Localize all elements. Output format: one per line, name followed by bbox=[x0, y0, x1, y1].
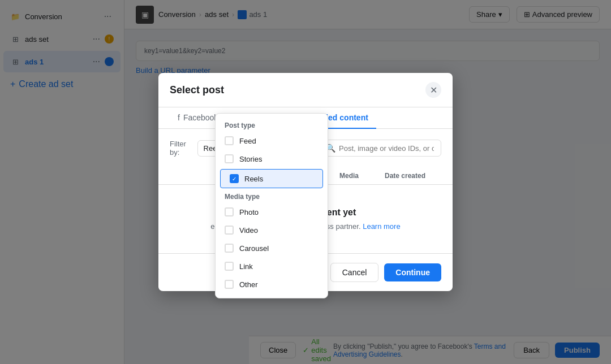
th-media: Media bbox=[339, 172, 385, 180]
video-checkbox[interactable] bbox=[225, 226, 234, 235]
post-type-section-label: Post type bbox=[216, 118, 328, 132]
carousel-checkbox[interactable] bbox=[225, 244, 234, 253]
learn-more-link[interactable]: Learn more bbox=[363, 222, 400, 231]
dropdown-item-carousel[interactable]: Carousel bbox=[216, 239, 328, 257]
dropdown-item-stories[interactable]: Stories bbox=[216, 150, 328, 168]
feed-label: Feed bbox=[239, 137, 256, 145]
dropdown-item-link[interactable]: Link bbox=[216, 257, 328, 275]
dropdown-item-reels[interactable]: ✓ Reels bbox=[220, 169, 323, 188]
stories-label: Stories bbox=[239, 155, 262, 163]
link-checkbox[interactable] bbox=[225, 262, 234, 271]
video-label: Video bbox=[239, 226, 258, 235]
modal-title: Select post bbox=[170, 84, 224, 96]
dropdown-item-photo[interactable]: Photo bbox=[216, 203, 328, 221]
tab-facebook-label: Facebook bbox=[183, 113, 218, 122]
continue-button[interactable]: Continue bbox=[384, 263, 441, 281]
modal-overlay: Select post ✕ f Facebook ◎ Instagram ✦ B… bbox=[0, 0, 611, 364]
photo-label: Photo bbox=[239, 208, 259, 216]
other-label: Other bbox=[239, 280, 258, 289]
dropdown-item-video[interactable]: Video bbox=[216, 221, 328, 239]
th-date: Date created bbox=[385, 172, 441, 180]
modal-close-button[interactable]: ✕ bbox=[425, 82, 441, 98]
photo-checkbox[interactable] bbox=[225, 207, 234, 216]
modal-header: Select post ✕ bbox=[158, 73, 453, 107]
feed-checkbox[interactable] bbox=[225, 136, 234, 145]
search-input[interactable] bbox=[339, 144, 434, 153]
dropdown-item-other[interactable]: Other bbox=[216, 275, 328, 293]
dropdown-item-feed[interactable]: Feed bbox=[216, 132, 328, 150]
filter-dropdown-menu: Post type Feed Stories ✓ Reels Media typ… bbox=[215, 113, 328, 298]
reels-checkbox[interactable]: ✓ bbox=[230, 174, 239, 183]
link-label: Link bbox=[239, 262, 253, 271]
media-type-section-label: Media type bbox=[216, 189, 328, 203]
other-checkbox[interactable] bbox=[225, 280, 234, 289]
carousel-label: Carousel bbox=[239, 244, 269, 253]
search-box: 🔍 bbox=[319, 140, 441, 157]
stories-checkbox[interactable] bbox=[225, 154, 234, 163]
filter-label: Filter by: bbox=[170, 140, 192, 157]
cancel-button[interactable]: Cancel bbox=[330, 263, 379, 282]
facebook-icon: f bbox=[178, 113, 180, 122]
reels-label: Reels bbox=[244, 175, 263, 183]
